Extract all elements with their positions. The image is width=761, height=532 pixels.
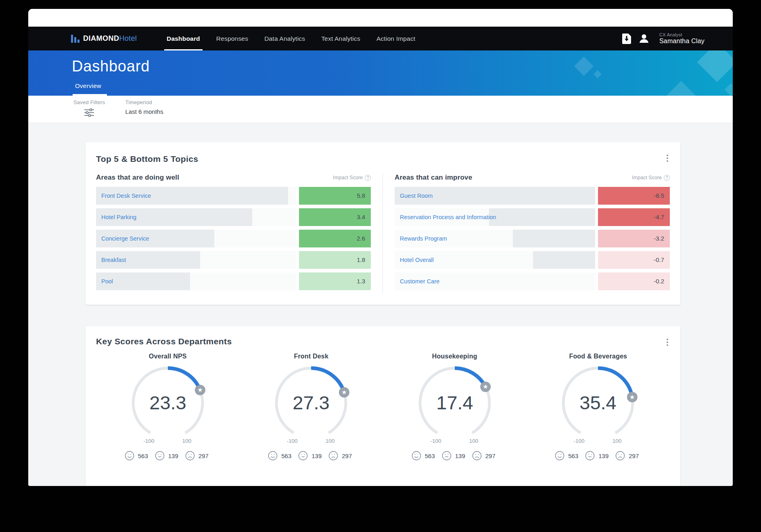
gauge-value: 27.3 [293,392,330,413]
topic-link[interactable]: Breakfast [96,251,296,269]
topics-card: Top 5 & Bottom 5 Topics Areas that are d… [86,142,680,305]
gauge-food-beverages: Food & Beverages ★35.4-100100 563139297 [527,353,670,461]
nav-right: CX Analyst Samantha Clay [622,32,705,45]
neutral-face-icon [441,450,452,461]
happy-count: 563 [425,452,435,459]
table-row[interactable]: Pool 1.3 [96,272,371,290]
sad-face-icon [328,450,339,461]
happy-count: 563 [281,452,291,459]
user-menu[interactable]: CX Analyst Samantha Clay [659,32,705,45]
app-window: DIAMONDHotel Dashboard Responses Data An… [28,9,733,486]
doing-well-heading: Areas that are doing well [96,174,179,182]
gauge-max-label: 100 [326,438,335,444]
neutral-count: 139 [455,452,465,459]
timeperiod-value[interactable]: Last 6 months [125,108,163,115]
key-scores-card: Key Scores Across Departments Overall NP… [86,326,680,486]
impact-bar-track: Hotel Overall [395,251,595,269]
gauge-title: Front Desk [294,353,328,360]
nps-gauge-dial: ★27.3-100100 [267,362,355,450]
diamond-decoration [664,81,698,96]
sad-face-icon [615,450,625,461]
help-question-icon[interactable]: ? [664,175,670,181]
svg-text:★: ★ [629,394,635,400]
table-row[interactable]: Hotel Parking 3.4 [96,208,371,226]
nps-gauge-dial: ★35.4-100100 [554,362,642,450]
svg-text:★: ★ [197,386,203,393]
nav-item-responses[interactable]: Responses [216,27,248,50]
topic-link[interactable]: Rewards Program [395,230,595,247]
help-question-icon[interactable]: ? [365,175,371,181]
timeperiod-filter: Timeperiod Last 6 months [125,99,163,123]
nav-item-text-analytics[interactable]: Text Analytics [321,27,360,50]
impact-score-cell: 1.8 [299,251,371,269]
topics-card-title: Top 5 & Bottom 5 Topics [96,154,670,164]
topic-link[interactable]: Pool [96,272,296,290]
gauge-max-label: 100 [469,438,478,444]
nps-gauge-dial: ★23.3-100100 [123,362,212,450]
topic-link[interactable]: Hotel Parking [96,208,296,226]
nav-item-action-impact[interactable]: Action Impact [376,27,416,50]
bar-chart-logo-icon [71,35,79,43]
star-badge-icon: ★ [339,387,349,398]
gauge-max-label: 100 [613,438,622,444]
impact-score-header: Impact Score? [333,175,371,181]
sad-count: 297 [342,452,352,459]
saved-filters: Saved Filters [73,99,105,123]
impact-score-cell: -4.7 [598,208,670,226]
diamond-decoration [724,83,733,96]
sad-face-icon [185,450,195,461]
sentiment-counts: 563139297 [124,450,211,461]
svg-text:★: ★ [341,389,347,396]
table-row[interactable]: Concierge Service 2.6 [96,230,371,247]
topic-link[interactable]: Concierge Service [96,230,296,247]
sentiment-counts: 563139297 [411,450,498,461]
filter-sliders-icon[interactable] [84,108,95,119]
table-row[interactable]: Breakfast 1.8 [96,251,371,269]
user-name: Samantha Clay [659,38,705,45]
export-download-icon[interactable] [622,34,631,44]
happy-face-icon [554,450,565,461]
topic-link[interactable]: Guest Room [395,187,595,205]
nav-item-data-analytics[interactable]: Data Analytics [264,27,305,50]
happy-face-icon [411,450,422,461]
gauge-value: 23.3 [149,392,186,413]
neutral-face-icon [155,450,165,461]
brand-logo[interactable]: DIAMONDHotel [71,34,137,43]
impact-bar-track: Hotel Parking [96,208,296,226]
impact-bar-track: Guest Room [395,187,595,205]
gauge-overall-nps: Overall NPS ★23.3-100100 563139297 [96,353,240,461]
diamond-decoration [574,57,594,76]
happy-count: 563 [568,452,578,459]
topic-link[interactable]: Reservation Process and Information [395,208,595,226]
brand-name-bold: DIAMOND [83,34,119,42]
impact-score-cell: 5.8 [299,187,371,205]
top-nav: DIAMONDHotel Dashboard Responses Data An… [28,27,733,50]
card-menu-ellipsis-icon[interactable] [664,337,671,348]
gauge-front-desk: Front Desk ★27.3-100100 563139297 [240,353,383,461]
user-profile-icon[interactable] [639,34,649,44]
neutral-face-icon [585,450,595,461]
card-menu-ellipsis-icon[interactable] [664,153,671,164]
brand-name-light: Hotel [119,34,137,42]
table-row[interactable]: Reservation Process and Information -4.7 [395,208,670,226]
table-row[interactable]: Customer Care -0.2 [395,272,670,290]
topic-link[interactable]: Front Desk Service [96,187,296,205]
nav-item-dashboard[interactable]: Dashboard [167,27,200,50]
gauge-min-label: -100 [143,438,154,444]
topic-link[interactable]: Hotel Overall [395,251,595,269]
gauge-title: Housekeeping [432,353,477,360]
table-row[interactable]: Guest Room -8.5 [395,187,670,205]
topic-link[interactable]: Customer Care [395,272,595,290]
table-row[interactable]: Front Desk Service 5.8 [96,187,371,205]
gauge-housekeeping: Housekeeping ★17.4-100100 563139297 [383,353,527,461]
neutral-count: 139 [168,452,178,459]
star-badge-icon: ★ [480,381,491,392]
table-row[interactable]: Rewards Program -3.2 [395,230,670,247]
impact-score-cell: -8.5 [598,187,670,205]
key-scores-card-title: Key Scores Across Departments [96,337,670,346]
gauge-min-label: -100 [430,438,441,444]
can-improve-table: Areas that can improve Impact Score? Gue… [383,174,670,294]
table-row[interactable]: Hotel Overall -0.7 [395,251,670,269]
gauge-min-label: -100 [574,438,585,444]
tab-overview[interactable]: Overview [73,82,107,96]
